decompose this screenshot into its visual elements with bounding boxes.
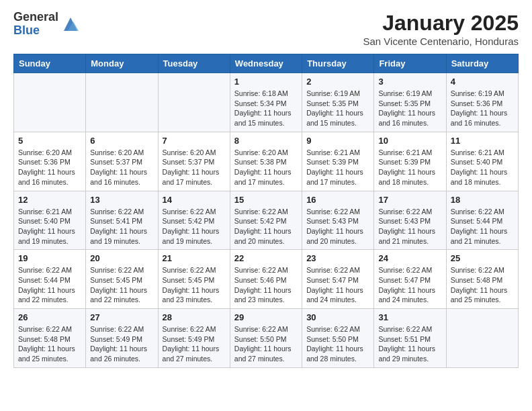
- day-info: Sunrise: 6:21 AM Sunset: 5:39 PM Dayligh…: [378, 148, 441, 187]
- day-number: 18: [451, 195, 514, 205]
- week-row-2: 5Sunrise: 6:20 AM Sunset: 5:36 PM Daylig…: [14, 132, 519, 191]
- day-info: Sunrise: 6:20 AM Sunset: 5:37 PM Dayligh…: [90, 148, 153, 187]
- day-info: Sunrise: 6:21 AM Sunset: 5:40 PM Dayligh…: [18, 207, 81, 246]
- empty-cell: [86, 73, 158, 132]
- day-number: 1: [234, 77, 298, 87]
- day-number: 13: [90, 195, 153, 205]
- day-number: 15: [234, 195, 298, 205]
- day-cell-17: 17Sunrise: 6:22 AM Sunset: 5:43 PM Dayli…: [374, 191, 446, 250]
- day-info: Sunrise: 6:22 AM Sunset: 5:50 PM Dayligh…: [306, 324, 369, 364]
- logo-general-text: General: [13, 11, 58, 24]
- day-info: Sunrise: 6:22 AM Sunset: 5:51 PM Dayligh…: [378, 324, 441, 364]
- weekday-header-row: SundayMondayTuesdayWednesdayThursdayFrid…: [14, 54, 519, 73]
- day-number: 26: [18, 312, 81, 322]
- day-cell-2: 2Sunrise: 6:19 AM Sunset: 5:35 PM Daylig…: [302, 73, 374, 132]
- day-info: Sunrise: 6:22 AM Sunset: 5:49 PM Dayligh…: [163, 324, 226, 364]
- day-number: 3: [378, 77, 441, 87]
- day-info: Sunrise: 6:22 AM Sunset: 5:46 PM Dayligh…: [234, 265, 298, 305]
- weekday-header-saturday: Saturday: [446, 54, 518, 73]
- day-number: 17: [378, 195, 441, 205]
- day-cell-1: 1Sunrise: 6:18 AM Sunset: 5:34 PM Daylig…: [230, 73, 302, 132]
- day-cell-3: 3Sunrise: 6:19 AM Sunset: 5:35 PM Daylig…: [374, 73, 446, 132]
- day-number: 11: [451, 136, 514, 146]
- day-info: Sunrise: 6:22 AM Sunset: 5:43 PM Dayligh…: [378, 207, 441, 246]
- weekday-header-monday: Monday: [86, 54, 158, 73]
- day-cell-31: 31Sunrise: 6:22 AM Sunset: 5:51 PM Dayli…: [374, 309, 446, 368]
- day-info: Sunrise: 6:21 AM Sunset: 5:39 PM Dayligh…: [306, 148, 369, 187]
- day-info: Sunrise: 6:22 AM Sunset: 5:42 PM Dayligh…: [234, 207, 298, 246]
- day-info: Sunrise: 6:20 AM Sunset: 5:37 PM Dayligh…: [163, 148, 226, 187]
- day-number: 4: [451, 77, 514, 87]
- day-cell-6: 6Sunrise: 6:20 AM Sunset: 5:37 PM Daylig…: [86, 132, 158, 191]
- day-number: 25: [451, 253, 514, 263]
- empty-cell: [446, 309, 518, 368]
- logo: General Blue: [13, 11, 80, 38]
- day-info: Sunrise: 6:20 AM Sunset: 5:36 PM Dayligh…: [18, 148, 81, 187]
- day-number: 27: [90, 312, 153, 322]
- day-info: Sunrise: 6:22 AM Sunset: 5:45 PM Dayligh…: [90, 265, 153, 305]
- day-number: 2: [306, 77, 369, 87]
- week-row-1: 1Sunrise: 6:18 AM Sunset: 5:34 PM Daylig…: [14, 73, 519, 132]
- day-number: 20: [90, 253, 153, 263]
- calendar-table: SundayMondayTuesdayWednesdayThursdayFrid…: [13, 54, 519, 368]
- day-number: 21: [163, 253, 226, 263]
- day-cell-11: 11Sunrise: 6:21 AM Sunset: 5:40 PM Dayli…: [446, 132, 518, 191]
- day-cell-30: 30Sunrise: 6:22 AM Sunset: 5:50 PM Dayli…: [302, 309, 374, 368]
- day-number: 9: [306, 136, 369, 146]
- day-cell-28: 28Sunrise: 6:22 AM Sunset: 5:49 PM Dayli…: [158, 309, 230, 368]
- day-cell-26: 26Sunrise: 6:22 AM Sunset: 5:48 PM Dayli…: [14, 309, 86, 368]
- location-title: San Vicente Centenario, Honduras: [363, 36, 519, 47]
- week-row-5: 26Sunrise: 6:22 AM Sunset: 5:48 PM Dayli…: [14, 309, 519, 368]
- day-info: Sunrise: 6:19 AM Sunset: 5:35 PM Dayligh…: [378, 89, 441, 128]
- day-number: 12: [18, 195, 81, 205]
- day-cell-21: 21Sunrise: 6:22 AM Sunset: 5:45 PM Dayli…: [158, 250, 230, 309]
- day-info: Sunrise: 6:22 AM Sunset: 5:42 PM Dayligh…: [163, 207, 226, 246]
- day-info: Sunrise: 6:22 AM Sunset: 5:48 PM Dayligh…: [451, 265, 514, 305]
- day-cell-4: 4Sunrise: 6:19 AM Sunset: 5:36 PM Daylig…: [446, 73, 518, 132]
- day-info: Sunrise: 6:18 AM Sunset: 5:34 PM Dayligh…: [234, 89, 298, 128]
- day-info: Sunrise: 6:22 AM Sunset: 5:44 PM Dayligh…: [18, 265, 81, 305]
- weekday-header-tuesday: Tuesday: [158, 54, 230, 73]
- day-info: Sunrise: 6:22 AM Sunset: 5:48 PM Dayligh…: [18, 324, 81, 364]
- day-number: 5: [18, 136, 81, 146]
- day-number: 19: [18, 253, 81, 263]
- day-number: 28: [163, 312, 226, 322]
- day-cell-25: 25Sunrise: 6:22 AM Sunset: 5:48 PM Dayli…: [446, 250, 518, 309]
- day-cell-19: 19Sunrise: 6:22 AM Sunset: 5:44 PM Dayli…: [14, 250, 86, 309]
- week-row-3: 12Sunrise: 6:21 AM Sunset: 5:40 PM Dayli…: [14, 191, 519, 250]
- day-cell-5: 5Sunrise: 6:20 AM Sunset: 5:36 PM Daylig…: [14, 132, 86, 191]
- logo-blue-text: Blue: [13, 24, 58, 38]
- day-cell-10: 10Sunrise: 6:21 AM Sunset: 5:39 PM Dayli…: [374, 132, 446, 191]
- weekday-header-wednesday: Wednesday: [230, 54, 302, 73]
- day-cell-15: 15Sunrise: 6:22 AM Sunset: 5:42 PM Dayli…: [230, 191, 302, 250]
- day-number: 24: [378, 253, 441, 263]
- day-info: Sunrise: 6:21 AM Sunset: 5:40 PM Dayligh…: [451, 148, 514, 187]
- day-number: 29: [234, 312, 298, 322]
- title-block: January 2025 San Vicente Centenario, Hon…: [363, 11, 519, 47]
- day-number: 14: [163, 195, 226, 205]
- day-cell-13: 13Sunrise: 6:22 AM Sunset: 5:41 PM Dayli…: [86, 191, 158, 250]
- day-cell-20: 20Sunrise: 6:22 AM Sunset: 5:45 PM Dayli…: [86, 250, 158, 309]
- month-title: January 2025: [363, 11, 519, 36]
- weekday-header-friday: Friday: [374, 54, 446, 73]
- weekday-header-sunday: Sunday: [14, 54, 86, 73]
- day-cell-22: 22Sunrise: 6:22 AM Sunset: 5:46 PM Dayli…: [230, 250, 302, 309]
- page-header: General Blue January 2025 San Vicente Ce…: [13, 11, 519, 47]
- day-number: 10: [378, 136, 441, 146]
- day-cell-16: 16Sunrise: 6:22 AM Sunset: 5:43 PM Dayli…: [302, 191, 374, 250]
- day-number: 6: [90, 136, 153, 146]
- day-info: Sunrise: 6:22 AM Sunset: 5:43 PM Dayligh…: [306, 207, 369, 246]
- logo-icon: [61, 15, 80, 34]
- day-number: 30: [306, 312, 369, 322]
- day-info: Sunrise: 6:20 AM Sunset: 5:38 PM Dayligh…: [234, 148, 298, 187]
- day-info: Sunrise: 6:22 AM Sunset: 5:49 PM Dayligh…: [90, 324, 153, 364]
- day-info: Sunrise: 6:22 AM Sunset: 5:45 PM Dayligh…: [163, 265, 226, 305]
- day-number: 23: [306, 253, 369, 263]
- day-number: 16: [306, 195, 369, 205]
- empty-cell: [158, 73, 230, 132]
- day-number: 8: [234, 136, 298, 146]
- day-cell-24: 24Sunrise: 6:22 AM Sunset: 5:47 PM Dayli…: [374, 250, 446, 309]
- day-cell-7: 7Sunrise: 6:20 AM Sunset: 5:37 PM Daylig…: [158, 132, 230, 191]
- day-info: Sunrise: 6:22 AM Sunset: 5:47 PM Dayligh…: [378, 265, 441, 305]
- day-info: Sunrise: 6:22 AM Sunset: 5:47 PM Dayligh…: [306, 265, 369, 305]
